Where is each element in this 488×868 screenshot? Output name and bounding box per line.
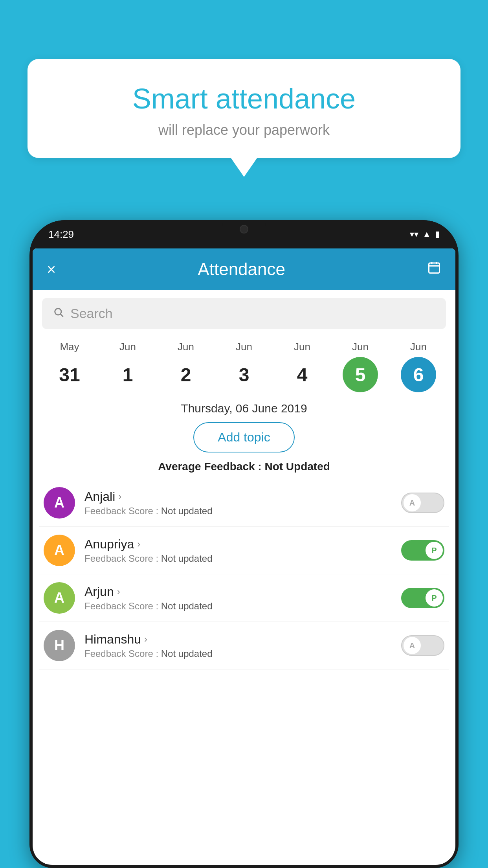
cal-date-number: 5	[343, 357, 378, 392]
toggle-switch[interactable]: P	[401, 588, 444, 608]
bubble-subtitle: will replace your paperwork	[51, 122, 437, 138]
toggle-switch[interactable]: A	[401, 493, 444, 513]
attendance-toggle[interactable]: A	[401, 493, 444, 513]
avg-feedback-label: Average Feedback :	[158, 460, 262, 473]
svg-rect-0	[429, 263, 439, 273]
calendar-strip: May31Jun1Jun2Jun3Jun4Jun5Jun6	[33, 337, 455, 392]
cal-date-number: 3	[226, 357, 262, 392]
student-name: Arjun ›	[84, 585, 401, 599]
student-feedback: Feedback Score : Not updated	[84, 506, 401, 517]
feedback-value: Not updated	[161, 601, 213, 611]
avg-feedback: Average Feedback : Not Updated	[33, 460, 455, 473]
cal-month-label: Jun	[178, 341, 194, 353]
search-icon	[53, 306, 64, 321]
student-info: Anupriya ›Feedback Score : Not updated	[84, 537, 401, 564]
student-item[interactable]: AAnupriya ›Feedback Score : Not updatedP	[39, 527, 449, 574]
bubble-title: Smart attendance	[51, 83, 437, 115]
student-feedback: Feedback Score : Not updated	[84, 648, 401, 659]
close-button[interactable]: ×	[47, 261, 56, 278]
calendar-day[interactable]: Jun1	[104, 341, 151, 392]
student-name: Himanshu ›	[84, 632, 401, 647]
add-topic-button[interactable]: Add topic	[193, 422, 294, 452]
student-avatar: H	[44, 630, 75, 661]
student-item[interactable]: AAnjali ›Feedback Score : Not updatedA	[39, 479, 449, 527]
search-bar[interactable]: Search	[42, 298, 446, 329]
student-name: Anupriya ›	[84, 537, 401, 552]
calendar-day[interactable]: Jun6	[395, 341, 442, 392]
toggle-knob: A	[404, 637, 421, 654]
chevron-icon: ›	[118, 491, 121, 502]
speech-bubble-container: Smart attendance will replace your paper…	[28, 59, 460, 158]
cal-date-number: 2	[168, 357, 204, 392]
header-title: Attendance	[198, 259, 285, 279]
feedback-value: Not updated	[161, 506, 213, 516]
student-avatar: A	[44, 535, 75, 566]
attendance-toggle[interactable]: P	[401, 588, 444, 608]
battery-icon: ▮	[435, 229, 440, 239]
cal-date-number: 6	[401, 357, 436, 392]
feedback-value: Not updated	[161, 648, 213, 659]
calendar-day[interactable]: Jun4	[279, 341, 326, 392]
cal-month-label: May	[60, 341, 79, 353]
calendar-icon[interactable]	[427, 261, 441, 278]
phone-screen: × Attendance Search May31Ju	[33, 248, 455, 865]
calendar-day[interactable]: Jun3	[220, 341, 268, 392]
attendance-toggle[interactable]: P	[401, 540, 444, 561]
wifi-icon: ▾▾	[410, 229, 418, 239]
student-info: Anjali ›Feedback Score : Not updated	[84, 489, 401, 517]
phone-frame: 14:29 ▾▾ ▲ ▮ × Attendance	[29, 220, 459, 868]
student-name: Anjali ›	[84, 489, 401, 504]
student-item[interactable]: HHimanshu ›Feedback Score : Not updatedA	[39, 622, 449, 669]
calendar-day[interactable]: Jun2	[162, 341, 209, 392]
chevron-icon: ›	[117, 586, 120, 597]
toggle-switch[interactable]: A	[401, 635, 444, 656]
svg-line-5	[61, 314, 63, 316]
student-info: Himanshu ›Feedback Score : Not updated	[84, 632, 401, 659]
attendance-toggle[interactable]: A	[401, 635, 444, 656]
cal-month-label: Jun	[119, 341, 136, 353]
search-placeholder: Search	[70, 306, 113, 321]
svg-point-4	[55, 309, 61, 315]
calendar-day[interactable]: May31	[46, 341, 93, 392]
status-time: 14:29	[48, 228, 74, 241]
chevron-icon: ›	[137, 539, 140, 550]
cal-month-label: Jun	[352, 341, 369, 353]
speech-bubble: Smart attendance will replace your paper…	[28, 59, 460, 158]
toggle-knob: A	[404, 494, 421, 511]
student-item[interactable]: AArjun ›Feedback Score : Not updatedP	[39, 574, 449, 622]
student-feedback: Feedback Score : Not updated	[84, 601, 401, 612]
status-bar: 14:29 ▾▾ ▲ ▮	[29, 220, 459, 248]
cal-date-number: 4	[284, 357, 320, 392]
student-avatar: A	[44, 487, 75, 519]
selected-date-label: Thursday, 06 June 2019	[33, 392, 455, 422]
student-avatar: A	[44, 582, 75, 614]
cal-date-number: 31	[52, 357, 87, 392]
calendar-day[interactable]: Jun5	[337, 341, 384, 392]
signal-icon: ▲	[422, 229, 431, 239]
avg-feedback-value: Not Updated	[264, 460, 330, 473]
status-icons: ▾▾ ▲ ▮	[410, 229, 440, 239]
student-list: AAnjali ›Feedback Score : Not updatedAAA…	[33, 479, 455, 669]
student-feedback: Feedback Score : Not updated	[84, 553, 401, 564]
chevron-icon: ›	[144, 634, 147, 645]
student-info: Arjun ›Feedback Score : Not updated	[84, 585, 401, 612]
toggle-knob: P	[426, 589, 443, 607]
cal-month-label: Jun	[294, 341, 310, 353]
app-header: × Attendance	[33, 248, 455, 290]
toggle-switch[interactable]: P	[401, 540, 444, 561]
toggle-knob: P	[426, 542, 443, 559]
cal-month-label: Jun	[236, 341, 252, 353]
notch	[222, 220, 266, 234]
cal-month-label: Jun	[410, 341, 427, 353]
camera	[240, 225, 248, 234]
feedback-value: Not updated	[161, 553, 213, 564]
cal-date-number: 1	[110, 357, 145, 392]
